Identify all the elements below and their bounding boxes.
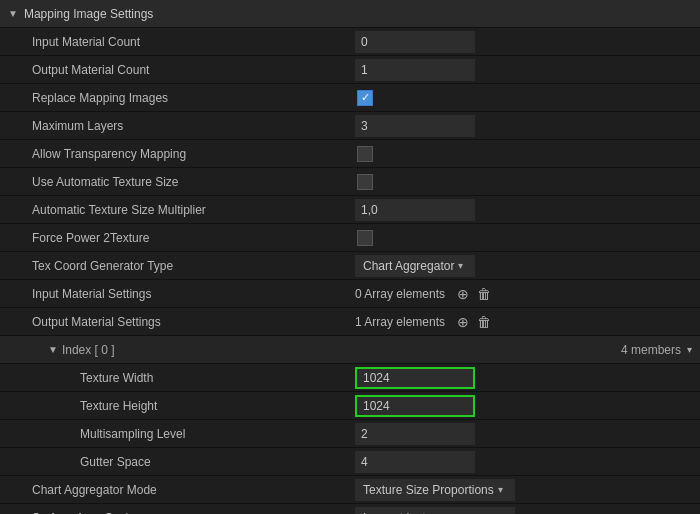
gutter-space-field[interactable] xyxy=(355,451,475,473)
value-chart-aggregator-mode: Texture Size Proportions ▾ xyxy=(355,479,700,501)
checkbox-checked-icon: ✓ xyxy=(357,90,373,106)
value-output-material-count xyxy=(355,59,700,81)
row-texture-height: Texture Height xyxy=(0,392,700,420)
row-use-automatic-texture-size: Use Automatic Texture Size xyxy=(0,168,700,196)
index-collapse-arrow[interactable]: ▼ xyxy=(48,344,58,355)
label-output-material-count: Output Material Count xyxy=(0,63,355,77)
output-material-settings-count: 1 Array elements xyxy=(355,315,445,329)
members-count: 4 members ▾ xyxy=(621,343,692,357)
value-gutter-space xyxy=(355,451,700,473)
checkmark-icon: ✓ xyxy=(361,91,370,104)
row-input-material-count: Input Material Count xyxy=(0,28,700,56)
tex-coord-generator-type-value: Chart Aggregator xyxy=(363,259,454,273)
label-chart-aggregator-mode: Chart Aggregator Mode xyxy=(0,483,355,497)
value-automatic-texture-size-multiplier xyxy=(355,199,700,221)
row-force-power-2-texture: Force Power 2Texture xyxy=(0,224,700,252)
label-use-automatic-texture-size: Use Automatic Texture Size xyxy=(0,175,355,189)
chart-aggregator-mode-dropdown[interactable]: Texture Size Proportions ▾ xyxy=(355,479,515,501)
index-label: Index [ 0 ] xyxy=(62,343,115,357)
members-chevron-icon[interactable]: ▾ xyxy=(687,344,692,355)
label-automatic-texture-size-multiplier: Automatic Texture Size Multiplier xyxy=(0,203,355,217)
label-allow-transparency-mapping: Allow Transparency Mapping xyxy=(0,147,355,161)
checkbox-unchecked-icon2 xyxy=(357,174,373,190)
row-input-material-settings: Input Material Settings 0 Array elements… xyxy=(0,280,700,308)
row-surface-area-scale: Surface Area Scale Largest Instance ▾ xyxy=(0,504,700,514)
label-multisampling-level: Multisampling Level xyxy=(0,427,355,441)
row-allow-transparency-mapping: Allow Transparency Mapping xyxy=(0,140,700,168)
checkbox-allow-transparency-mapping[interactable] xyxy=(355,144,375,164)
checkbox-replace-mapping-images[interactable]: ✓ xyxy=(355,88,375,108)
label-tex-coord-generator-type: Tex Coord Generator Type xyxy=(0,259,355,273)
value-replace-mapping-images: ✓ xyxy=(355,88,700,108)
checkbox-use-automatic-texture-size[interactable] xyxy=(355,172,375,192)
label-texture-height: Texture Height xyxy=(0,399,355,413)
surface-area-scale-value: Largest Instance xyxy=(363,511,452,515)
label-texture-width: Texture Width xyxy=(0,371,355,385)
texture-height-field[interactable] xyxy=(355,395,475,417)
checkbox-unchecked-icon xyxy=(357,146,373,162)
row-multisampling-level: Multisampling Level xyxy=(0,420,700,448)
row-gutter-space: Gutter Space xyxy=(0,448,700,476)
chart-aggregator-mode-arrow-icon: ▾ xyxy=(498,484,503,495)
row-texture-width: Texture Width xyxy=(0,364,700,392)
dropdown-arrow-icon: ▾ xyxy=(458,260,463,271)
index-section-header: ▼ Index [ 0 ] 4 members ▾ xyxy=(0,336,700,364)
checkbox-force-power-2-texture[interactable] xyxy=(355,228,375,248)
value-texture-height xyxy=(355,395,700,417)
output-material-settings-add-button[interactable]: ⊕ xyxy=(453,314,473,330)
row-maximum-layers: Maximum Layers xyxy=(0,112,700,140)
value-tex-coord-generator-type: Chart Aggregator ▾ xyxy=(355,255,700,277)
row-output-material-count: Output Material Count xyxy=(0,56,700,84)
input-material-count-field[interactable] xyxy=(355,31,475,53)
row-automatic-texture-size-multiplier: Automatic Texture Size Multiplier xyxy=(0,196,700,224)
label-output-material-settings: Output Material Settings xyxy=(0,315,355,329)
surface-area-scale-dropdown[interactable]: Largest Instance ▾ xyxy=(355,507,515,515)
section-header: ▼ Mapping Image Settings xyxy=(0,0,700,28)
value-maximum-layers xyxy=(355,115,700,137)
chart-aggregator-mode-value: Texture Size Proportions xyxy=(363,483,494,497)
output-material-count-field[interactable] xyxy=(355,59,475,81)
row-output-material-settings: Output Material Settings 1 Array element… xyxy=(0,308,700,336)
label-input-material-count: Input Material Count xyxy=(0,35,355,49)
maximum-layers-field[interactable] xyxy=(355,115,475,137)
row-tex-coord-generator-type: Tex Coord Generator Type Chart Aggregato… xyxy=(0,252,700,280)
label-force-power-2-texture: Force Power 2Texture xyxy=(0,231,355,245)
label-replace-mapping-images: Replace Mapping Images xyxy=(0,91,355,105)
members-count-value: 4 members xyxy=(621,343,681,357)
value-use-automatic-texture-size xyxy=(355,172,700,192)
label-maximum-layers: Maximum Layers xyxy=(0,119,355,133)
checkbox-unchecked-icon3 xyxy=(357,230,373,246)
automatic-texture-size-multiplier-field[interactable] xyxy=(355,199,475,221)
value-multisampling-level xyxy=(355,423,700,445)
section-collapse-arrow[interactable]: ▼ xyxy=(8,8,18,19)
value-output-material-settings: 1 Array elements ⊕ 🗑 xyxy=(355,314,700,330)
row-chart-aggregator-mode: Chart Aggregator Mode Texture Size Propo… xyxy=(0,476,700,504)
value-force-power-2-texture xyxy=(355,228,700,248)
input-material-settings-count: 0 Array elements xyxy=(355,287,445,301)
input-material-settings-add-button[interactable]: ⊕ xyxy=(453,286,473,302)
multisampling-level-field[interactable] xyxy=(355,423,475,445)
label-input-material-settings: Input Material Settings xyxy=(0,287,355,301)
tex-coord-generator-type-dropdown[interactable]: Chart Aggregator ▾ xyxy=(355,255,475,277)
output-material-settings-delete-button[interactable]: 🗑 xyxy=(473,314,495,330)
value-allow-transparency-mapping xyxy=(355,144,700,164)
label-surface-area-scale: Surface Area Scale xyxy=(0,511,355,515)
label-gutter-space: Gutter Space xyxy=(0,455,355,469)
value-input-material-settings: 0 Array elements ⊕ 🗑 xyxy=(355,286,700,302)
row-replace-mapping-images: Replace Mapping Images ✓ xyxy=(0,84,700,112)
input-material-settings-delete-button[interactable]: 🗑 xyxy=(473,286,495,302)
value-input-material-count xyxy=(355,31,700,53)
texture-width-field[interactable] xyxy=(355,367,475,389)
section-title: Mapping Image Settings xyxy=(24,7,153,21)
value-texture-width xyxy=(355,367,700,389)
mapping-image-settings-panel: ▼ Mapping Image Settings Input Material … xyxy=(0,0,700,514)
value-surface-area-scale: Largest Instance ▾ xyxy=(355,507,700,515)
